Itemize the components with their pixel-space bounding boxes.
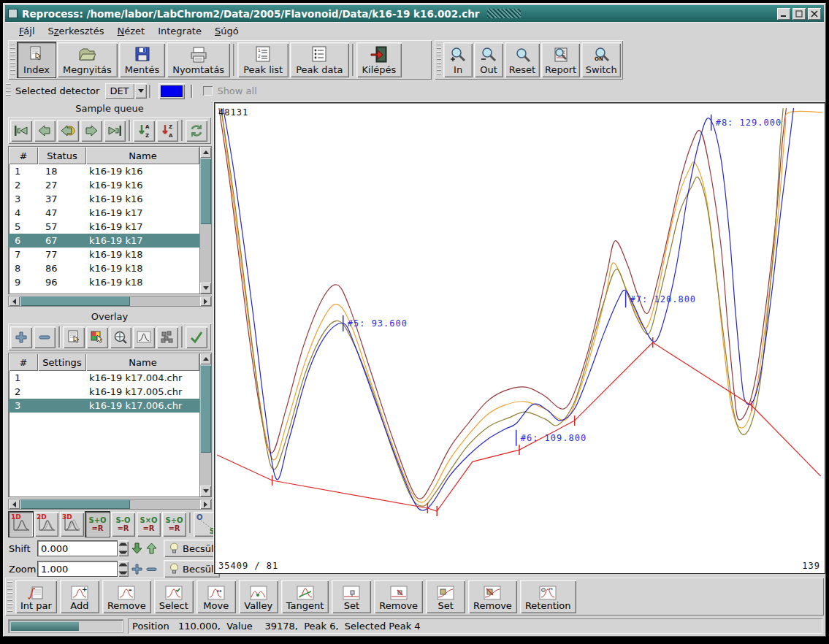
shift-spinner[interactable] bbox=[118, 540, 129, 556]
nav-next-button[interactable] bbox=[80, 120, 102, 142]
overlay-dither-button[interactable] bbox=[156, 326, 178, 348]
mode-3d-button[interactable]: 3D bbox=[60, 512, 84, 537]
shift-up-button[interactable] bbox=[145, 542, 158, 555]
peak-valley-button[interactable]: Valley bbox=[239, 580, 278, 613]
column-header-status[interactable]: Status bbox=[38, 147, 86, 164]
int-par-button[interactable]: ∫ Int par bbox=[15, 580, 57, 613]
scrollbar-thumb[interactable] bbox=[200, 365, 211, 453]
table-row-selected[interactable]: 3k16-19 k17.006.chr bbox=[9, 399, 199, 413]
table-row[interactable]: 118k16-19 k16 bbox=[9, 164, 199, 178]
maximize-button[interactable] bbox=[792, 8, 806, 20]
zoom-reset-button[interactable]: Reset bbox=[505, 42, 540, 77]
zoom-input[interactable] bbox=[37, 561, 118, 577]
print-button[interactable]: Nyomtatás bbox=[167, 42, 230, 77]
table-row[interactable]: 227k16-19 k16 bbox=[9, 178, 199, 192]
scrollbar-thumb[interactable] bbox=[20, 499, 130, 509]
column-header-number[interactable]: # bbox=[9, 147, 38, 164]
zoom-spinner[interactable] bbox=[118, 561, 129, 577]
scroll-right-arrow[interactable] bbox=[200, 296, 211, 306]
zoom-increase-button[interactable] bbox=[131, 562, 143, 575]
column-header-name[interactable]: Name bbox=[86, 353, 199, 371]
peak-move-button[interactable]: ↔ Move bbox=[196, 580, 236, 613]
peak-remove-button[interactable]: - Remove bbox=[102, 580, 151, 613]
menu-view[interactable]: Nézet bbox=[110, 23, 151, 39]
scroll-left-arrow[interactable] bbox=[9, 296, 20, 306]
mode-1d-button[interactable]: 1D bbox=[9, 512, 33, 537]
table-row[interactable]: 777k16-19 k18 bbox=[9, 248, 199, 261]
table-row[interactable]: 1k16-19 k17.004.chr bbox=[9, 371, 199, 385]
nav-last-button[interactable] bbox=[104, 120, 126, 142]
peak-data-button[interactable]: Peak data bbox=[290, 42, 348, 77]
refresh-button[interactable] bbox=[186, 120, 207, 142]
scroll-down-arrow[interactable] bbox=[200, 486, 211, 497]
close-button[interactable] bbox=[808, 8, 821, 20]
sort-az-button[interactable]: AZ bbox=[133, 120, 155, 142]
retention-button[interactable]: ↔ Retention bbox=[520, 580, 576, 613]
group-remove-button[interactable]: Remove bbox=[468, 580, 517, 613]
exit-button[interactable]: Kilépés bbox=[356, 42, 402, 77]
peak-list-button[interactable]: 12 Peak list bbox=[237, 42, 289, 77]
chromatogram-chart[interactable]: #5: 93.600#6: 109.800#7: 120.800#8: 129.… bbox=[214, 102, 825, 574]
detector-color-button[interactable] bbox=[158, 83, 185, 99]
peak-add-button[interactable]: + Add bbox=[60, 580, 99, 613]
column-header-settings[interactable]: Settings bbox=[38, 353, 86, 371]
mode-2d-button[interactable]: 2D bbox=[34, 512, 58, 537]
table-row[interactable]: 2k16-19 k17.005.chr bbox=[9, 385, 199, 399]
overlay-color-button[interactable] bbox=[86, 326, 108, 348]
index-button[interactable]: Index bbox=[18, 42, 56, 77]
peak-select-button[interactable]: Select bbox=[154, 580, 194, 613]
baseline-remove-button[interactable]: Remove bbox=[374, 580, 423, 613]
scrollbar-thumb[interactable] bbox=[20, 296, 130, 306]
toolbar-grip[interactable] bbox=[10, 44, 15, 76]
scrollbar-thumb[interactable] bbox=[200, 158, 211, 224]
toolbar-grip[interactable] bbox=[437, 44, 441, 76]
table-row[interactable]: 886k16-19 k18 bbox=[9, 261, 199, 275]
zoom-out-button[interactable]: Out bbox=[474, 42, 503, 77]
menu-help[interactable]: Súgó bbox=[208, 23, 245, 39]
table-row[interactable]: 557k16-19 k17 bbox=[9, 220, 199, 234]
shift-estimate-button[interactable]: Becsül bbox=[164, 540, 220, 557]
menu-integrate[interactable]: Integrate bbox=[151, 23, 208, 39]
calc-s-plus-o-button[interactable]: S+O =R bbox=[85, 512, 110, 537]
detector-combo-arrow[interactable] bbox=[134, 83, 147, 99]
sample-table-vscrollbar[interactable] bbox=[199, 147, 211, 294]
scroll-right-arrow[interactable] bbox=[200, 499, 211, 509]
overlay-table-vscrollbar[interactable] bbox=[199, 353, 211, 497]
calc-s-div-o-button[interactable]: S÷O =R bbox=[162, 512, 186, 537]
overlay-remove-button[interactable] bbox=[34, 326, 56, 348]
overlay-apply-button[interactable] bbox=[186, 326, 207, 348]
detector-bar-grip[interactable] bbox=[6, 83, 11, 98]
overlay-select-file-button[interactable] bbox=[63, 326, 85, 348]
table-row-selected[interactable]: 667k16-19 k17 bbox=[9, 234, 199, 248]
shift-down-button[interactable] bbox=[131, 542, 143, 555]
calc-s-times-o-button[interactable]: S×O =R bbox=[137, 512, 161, 537]
sample-table-hscrollbar[interactable] bbox=[8, 296, 212, 307]
scroll-down-arrow[interactable] bbox=[200, 283, 211, 294]
save-button[interactable]: Mentés bbox=[119, 42, 165, 77]
zoom-decrease-button[interactable] bbox=[145, 562, 158, 575]
menu-file[interactable]: Fájl bbox=[12, 23, 42, 39]
overlay-table-hscrollbar[interactable] bbox=[8, 499, 212, 510]
overlay-zoom-fit-button[interactable] bbox=[110, 326, 131, 348]
column-header-name[interactable]: Name bbox=[86, 147, 199, 164]
peak-tangent-button[interactable]: Tangent bbox=[281, 580, 329, 613]
title-bar[interactable]: Reprocess: /home/labor/LabChrom2/Data/20… bbox=[5, 5, 824, 22]
table-row[interactable]: 996k16-19 k18 bbox=[9, 275, 199, 289]
open-button[interactable]: Megnyitás bbox=[57, 42, 118, 77]
zoom-switch-button[interactable]: ON Switch bbox=[581, 42, 621, 77]
scroll-up-arrow[interactable] bbox=[200, 147, 211, 158]
chart-canvas[interactable]: #5: 93.600#6: 109.800#7: 120.800#8: 129.… bbox=[215, 103, 825, 573]
overlay-add-button[interactable] bbox=[10, 326, 32, 348]
detector-combo[interactable]: DET bbox=[105, 83, 147, 99]
menu-edit[interactable]: Szerkesztés bbox=[42, 23, 111, 39]
column-header-number[interactable]: # bbox=[9, 353, 38, 371]
zoom-in-button[interactable]: In bbox=[443, 42, 473, 77]
zoom-estimate-button[interactable]: Becsül bbox=[164, 560, 220, 578]
show-all-checkbox[interactable] bbox=[203, 86, 213, 96]
nav-first-button[interactable] bbox=[10, 120, 32, 142]
group-set-button[interactable]: Set bbox=[426, 580, 465, 613]
minimize-button[interactable] bbox=[777, 8, 790, 20]
scroll-left-arrow[interactable] bbox=[9, 499, 20, 509]
table-row[interactable]: 447k16-19 k17 bbox=[9, 206, 199, 220]
sort-za-button[interactable]: ZA bbox=[156, 120, 178, 142]
